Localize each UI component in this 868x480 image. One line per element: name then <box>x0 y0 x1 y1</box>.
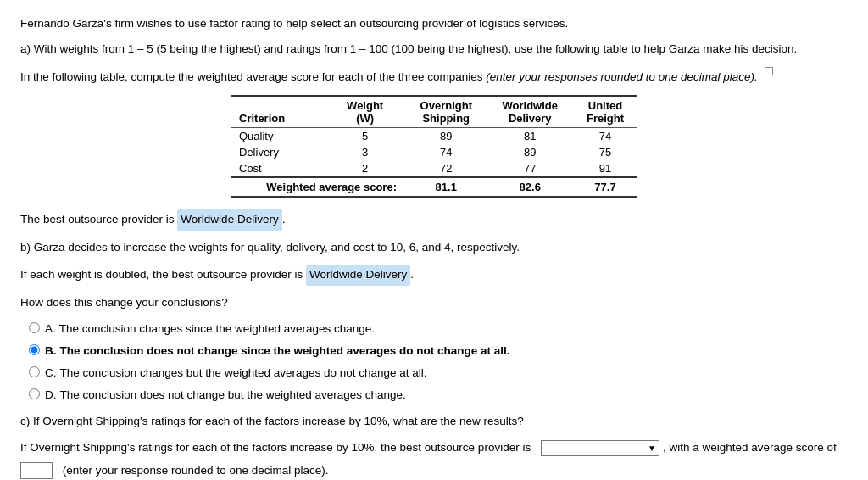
resize-icon <box>765 67 773 75</box>
cell-worldwide: 77 <box>487 160 573 177</box>
provider-dropdown[interactable]: Overnight ShippingWorldwide DeliveryUnit… <box>543 442 654 455</box>
part-b-answer: Worldwide Delivery <box>306 265 410 286</box>
intro-line1: Fernando Garza's firm wishes to use fact… <box>20 15 848 32</box>
intro-line3-prefix: In the following table, compute the weig… <box>20 70 486 82</box>
factor-rating-table: Criterion Weight(W) OvernightShipping Wo… <box>231 95 637 198</box>
cell-united: 75 <box>573 144 637 160</box>
radio-input-b[interactable] <box>29 344 40 355</box>
radio-letter: A. <box>45 322 56 335</box>
intro-line2: a) With weights from 1 – 5 (5 being the … <box>20 41 848 58</box>
cell-united: 91 <box>573 160 637 177</box>
table-row: Quality 5 89 81 74 <box>231 128 637 145</box>
part-c-prefix: If Overnight Shipping's ratings for each… <box>20 438 531 458</box>
part-b-line2-prefix: If each weight is doubled, the best outs… <box>20 265 303 285</box>
cell-united: 74 <box>573 128 637 145</box>
weighted-avg-worldwide: 82.6 <box>487 177 573 197</box>
weighted-avg-input[interactable] <box>20 462 53 479</box>
cell-worldwide: 89 <box>487 144 573 160</box>
col-header-worldwide: WorldwideDelivery <box>487 96 573 128</box>
radio-letter: B. <box>45 344 57 357</box>
radio-input-d[interactable] <box>29 388 40 399</box>
part-a-answer-row: The best outsource provider is Worldwide… <box>20 209 848 231</box>
cell-overnight: 74 <box>405 144 487 160</box>
weighted-avg-united: 77.7 <box>573 177 637 197</box>
intro-line3: In the following table, compute the weig… <box>20 67 848 86</box>
part-b-answer-row: If each weight is doubled, the best outs… <box>20 265 848 286</box>
cell-worldwide: 81 <box>487 128 573 145</box>
table-row: Cost 2 72 77 91 <box>231 160 637 177</box>
cell-overnight: 89 <box>405 128 487 145</box>
cell-weight: 5 <box>325 128 405 145</box>
factor-rating-table-wrap: Criterion Weight(W) OvernightShipping Wo… <box>20 95 848 198</box>
part-a-prefix: The best outsource provider is <box>20 210 175 230</box>
part-b-line1: b) Garza decides to increase the weights… <box>20 239 848 256</box>
radio-letter: D. <box>45 388 57 401</box>
part-a-answer: Worldwide Delivery <box>177 209 281 231</box>
cell-criterion: Delivery <box>231 144 325 160</box>
col-header-united: UnitedFreight <box>573 96 637 128</box>
part-c-suffix: (enter your response rounded to one deci… <box>63 461 329 480</box>
cell-weight: 2 <box>325 160 405 177</box>
radio-input-c[interactable] <box>29 366 40 377</box>
conclusion-radio-group: A.The conclusion changes since the weigh… <box>29 321 848 405</box>
part-c-question: c) If Overnight Shipping's ratings for e… <box>20 413 848 430</box>
weighted-avg-overnight: 81.1 <box>405 177 487 197</box>
weighted-avg-label: Weighted average score: <box>231 177 405 197</box>
part-c-answer-row: If Overnight Shipping's ratings for each… <box>20 438 848 480</box>
radio-option-a: A.The conclusion changes since the weigh… <box>29 321 848 338</box>
radio-label-c: C.The conclusion changes but the weighte… <box>45 365 427 382</box>
radio-option-b: B.The conclusion does not change since t… <box>29 343 848 360</box>
radio-label-d: D.The conclusion does not change but the… <box>45 387 406 404</box>
col-header-overnight: OvernightShipping <box>405 96 487 128</box>
part-c-middle: , with a weighted average score of <box>663 438 837 458</box>
provider-dropdown-wrap: Overnight ShippingWorldwide DeliveryUnit… <box>541 440 659 456</box>
radio-letter: C. <box>45 366 57 379</box>
radio-label-a: A.The conclusion changes since the weigh… <box>45 321 375 338</box>
part-b-line2-suffix: . <box>410 265 414 285</box>
radio-option-c: C.The conclusion changes but the weighte… <box>29 365 848 382</box>
table-row: Delivery 3 74 89 75 <box>231 144 637 160</box>
part-a-suffix: . <box>282 210 286 230</box>
intro-line3-italic: (enter your responses rounded to one dec… <box>486 70 757 82</box>
col-header-weight: Weight(W) <box>325 96 405 128</box>
col-header-criterion: Criterion <box>231 96 325 128</box>
cell-overnight: 72 <box>405 160 487 177</box>
radio-input-a[interactable] <box>29 322 40 333</box>
cell-criterion: Cost <box>231 160 325 177</box>
part-b-question: How does this change your conclusions? <box>20 294 848 311</box>
radio-option-d: D.The conclusion does not change but the… <box>29 387 848 404</box>
cell-weight: 3 <box>325 144 405 160</box>
radio-label-b: B.The conclusion does not change since t… <box>45 343 510 360</box>
cell-criterion: Quality <box>231 128 325 145</box>
